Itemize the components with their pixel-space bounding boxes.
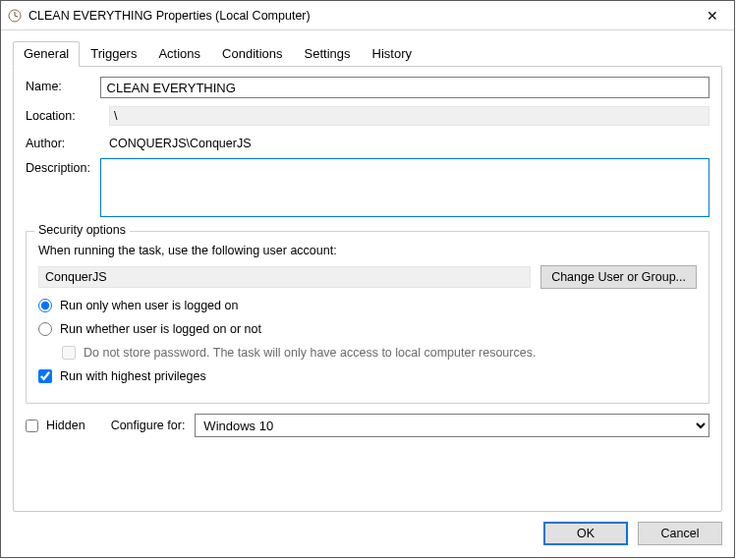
name-input[interactable]	[100, 77, 709, 98]
tab-general[interactable]: General	[13, 41, 80, 67]
dialog-buttons: OK Cancel	[1, 522, 734, 557]
radio-run-logged-on-or-not[interactable]	[38, 322, 52, 336]
close-icon: ✕	[707, 8, 718, 24]
checkbox-highest-privileges-label: Run with highest privileges	[60, 369, 206, 383]
security-prompt: When running the task, use the following…	[38, 244, 697, 257]
tab-settings[interactable]: Settings	[294, 41, 362, 67]
configure-for-select[interactable]: Windows 10	[195, 414, 709, 437]
checkbox-no-store-password-label: Do not store password. The task will onl…	[84, 346, 536, 360]
location-label: Location:	[26, 106, 109, 123]
change-user-button[interactable]: Change User or Group...	[540, 265, 697, 289]
name-label: Name:	[26, 77, 100, 93]
configure-for-label: Configure for:	[111, 419, 186, 432]
description-input[interactable]	[100, 158, 709, 217]
titlebar: CLEAN EVERYTHING Properties (Local Compu…	[1, 1, 734, 30]
security-user-account: ConquerJS	[38, 266, 531, 288]
cancel-button[interactable]: Cancel	[638, 522, 722, 545]
tab-actions[interactable]: Actions	[147, 41, 211, 67]
checkbox-highest-privileges[interactable]	[38, 369, 52, 383]
security-legend: Security options	[34, 223, 130, 237]
author-value: CONQUERJS\ConquerJS	[109, 134, 709, 150]
tab-history[interactable]: History	[362, 41, 423, 67]
window-title: CLEAN EVERYTHING Properties (Local Compu…	[28, 9, 690, 23]
tab-triggers[interactable]: Triggers	[80, 41, 147, 67]
checkbox-hidden-label: Hidden	[46, 419, 85, 432]
close-button[interactable]: ✕	[690, 1, 734, 30]
checkbox-no-store-password	[62, 346, 76, 360]
security-options-group: Security options When running the task, …	[26, 231, 709, 404]
radio-run-logged-on[interactable]	[38, 299, 52, 312]
tab-conditions[interactable]: Conditions	[211, 41, 293, 67]
location-value: \	[109, 106, 709, 126]
radio-run-logged-on-or-not-label: Run whether user is logged on or not	[60, 322, 261, 336]
ok-button[interactable]: OK	[543, 522, 628, 545]
properties-dialog: CLEAN EVERYTHING Properties (Local Compu…	[0, 0, 735, 558]
description-label: Description:	[26, 158, 100, 175]
radio-run-logged-on-label: Run only when user is logged on	[60, 299, 238, 312]
tab-panel-general: Name: Location: \ Author: CONQUERJS\Conq…	[13, 66, 722, 512]
author-label: Author:	[26, 134, 109, 150]
checkbox-hidden[interactable]	[26, 420, 38, 432]
task-scheduler-icon	[7, 8, 23, 24]
tabstrip: General Triggers Actions Conditions Sett…	[1, 30, 734, 66]
